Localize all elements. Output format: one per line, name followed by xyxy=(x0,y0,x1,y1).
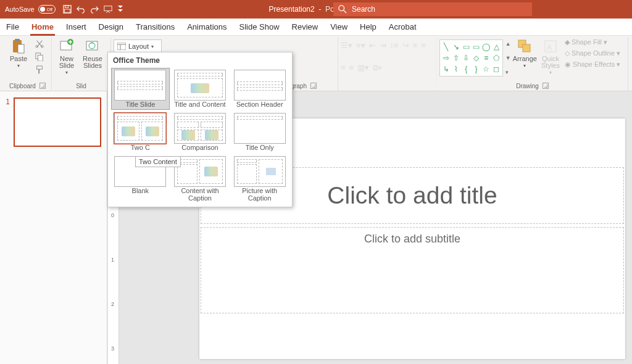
indent-inc-icon[interactable]: ⇥ xyxy=(380,41,386,50)
shape-effects-button[interactable]: ◉ Shape Effects ▾ xyxy=(565,60,625,68)
group-drawing: ╲↘▭▭◯△ ⇨⇧⇩◇≡⬠ ↳⌇{}☆◻ ▲▼▾ Arrange▾ A Quic… xyxy=(437,37,628,91)
ribbon: Paste ▾ Clipboard New Slide ▾ Reuse Slid… xyxy=(0,36,632,91)
present-from-beginning-icon[interactable] xyxy=(101,2,115,16)
layout-icon xyxy=(117,43,126,50)
text-direction-icon[interactable]: ↪ xyxy=(402,41,409,50)
shapes-gallery[interactable]: ╲↘▭▭◯△ ⇨⇧⇩◇≡⬠ ↳⌇{}☆◻ xyxy=(439,39,503,77)
thumbnail-number: 1 xyxy=(4,97,10,147)
subtitle-placeholder[interactable]: Click to add subtitle xyxy=(201,227,624,313)
title-bar: AutoSave Off Presentation2 - PowerPoint … xyxy=(0,0,632,19)
svg-point-4 xyxy=(339,6,344,11)
group-clipboard: Paste ▾ Clipboard xyxy=(4,37,52,91)
tab-review[interactable]: Review xyxy=(292,20,318,34)
group-paragraph-buttons: ☰▾ ≡▾ ⇤ ⇥ ↕≡ ↪ ≡ ≡ ≡ ≡ ▥▾ ⧉▾ xyxy=(338,37,437,91)
line-spacing-icon[interactable]: ↕≡ xyxy=(390,41,399,50)
layout-dropdown[interactable]: Layout ▾ xyxy=(114,39,162,53)
paste-icon xyxy=(10,38,27,54)
cut-icon[interactable] xyxy=(33,38,46,49)
layout-picture-with-caption[interactable]: Picture with Caption xyxy=(231,155,288,203)
layout-menu: Office Theme Title Slide Title and Conte… xyxy=(107,52,293,207)
reuse-slides-button[interactable]: Reuse Slides xyxy=(80,38,105,69)
chevron-down-icon: ▾ xyxy=(17,64,20,68)
search-placeholder: Search xyxy=(352,5,375,14)
ribbon-tabstrip: File Home Insert Design Transitions Anim… xyxy=(0,19,632,36)
save-icon[interactable] xyxy=(60,2,74,16)
layout-title-only[interactable]: Title Only xyxy=(231,112,288,152)
chevron-down-icon: ▾ xyxy=(151,44,154,49)
smartart-icon[interactable]: ⧉▾ xyxy=(373,63,381,73)
paragraph-dialog-launcher[interactable] xyxy=(310,83,317,89)
svg-rect-7 xyxy=(15,39,20,41)
layout-title-and-content[interactable]: Title and Content xyxy=(172,68,229,109)
group-slides: New Slide ▾ Reuse Slides Slid xyxy=(52,37,111,91)
new-slide-icon xyxy=(59,38,75,54)
shape-outline-button[interactable]: ◇ Shape Outline ▾ xyxy=(565,49,625,57)
toggle-switch: Off xyxy=(38,5,56,14)
quick-styles-button[interactable]: A Quick Styles▾ xyxy=(539,38,562,75)
layout-title-slide[interactable]: Title Slide xyxy=(111,68,170,110)
svg-rect-13 xyxy=(37,66,43,69)
arrange-icon xyxy=(517,38,533,54)
clipboard-dialog-launcher[interactable] xyxy=(40,83,46,89)
svg-text:A: A xyxy=(547,43,552,52)
svg-rect-8 xyxy=(18,44,24,53)
justify-icon[interactable]: ≡ xyxy=(349,63,354,72)
indent-dec-icon[interactable]: ⇤ xyxy=(369,41,376,50)
undo-icon[interactable] xyxy=(74,2,88,16)
tab-insert[interactable]: Insert xyxy=(66,20,86,34)
shapes-scroll[interactable]: ▲▼▾ xyxy=(504,39,511,77)
svg-line-5 xyxy=(344,10,346,13)
tab-file[interactable]: File xyxy=(6,20,19,34)
thumbnail-1[interactable]: 1 xyxy=(4,97,103,147)
align-center-icon[interactable]: ≡ xyxy=(421,41,426,50)
thumbnail-preview xyxy=(14,97,101,147)
layout-tooltip: Two Content xyxy=(135,156,181,167)
tab-animations[interactable]: Animations xyxy=(187,20,227,34)
tab-transitions[interactable]: Transitions xyxy=(136,20,175,34)
shape-fill-button[interactable]: ◆ Shape Fill ▾ xyxy=(565,38,625,46)
numbering-icon[interactable]: ≡▾ xyxy=(356,41,365,50)
quick-styles-icon: A xyxy=(543,38,559,54)
reuse-slides-icon xyxy=(85,38,101,54)
work-area: 1 654321012345678910111213 012345 Click … xyxy=(0,91,632,364)
svg-rect-18 xyxy=(117,43,126,50)
layout-menu-header: Office Theme xyxy=(108,52,292,68)
vertical-ruler: 012345 xyxy=(108,194,119,364)
search-input[interactable]: Search xyxy=(333,2,532,16)
chevron-down-icon: ▾ xyxy=(65,70,68,75)
tab-help[interactable]: Help xyxy=(360,20,376,34)
new-slide-button[interactable]: New Slide ▾ xyxy=(54,38,79,75)
tab-acrobat[interactable]: Acrobat xyxy=(389,20,417,34)
layout-two-content[interactable]: Two C xyxy=(112,112,169,152)
layout-section-header[interactable]: Section Header xyxy=(231,68,288,109)
tab-slideshow[interactable]: Slide Show xyxy=(239,20,279,34)
align-right-icon[interactable]: ≡ xyxy=(341,63,346,72)
svg-rect-12 xyxy=(38,55,43,61)
format-painter-icon[interactable] xyxy=(33,64,46,75)
svg-rect-22 xyxy=(523,44,530,52)
tab-view[interactable]: View xyxy=(330,20,347,34)
search-icon xyxy=(338,5,347,14)
align-left-icon[interactable]: ≡ xyxy=(413,41,418,50)
svg-rect-2 xyxy=(64,9,70,12)
tab-design[interactable]: Design xyxy=(99,20,123,34)
redo-icon[interactable] xyxy=(88,2,101,16)
layout-comparison[interactable]: Comparison xyxy=(172,112,229,152)
autosave-label: AutoSave xyxy=(5,6,35,13)
drawing-dialog-launcher[interactable] xyxy=(543,83,549,89)
copy-icon[interactable] xyxy=(33,51,46,62)
tab-home[interactable]: Home xyxy=(31,20,54,34)
qat-more-icon[interactable] xyxy=(115,2,128,16)
bullets-icon[interactable]: ☰▾ xyxy=(341,41,352,50)
paste-button[interactable]: Paste ▾ xyxy=(6,38,31,68)
autosave-toggle[interactable]: AutoSave Off xyxy=(0,5,60,14)
columns-icon[interactable]: ▥▾ xyxy=(357,63,369,72)
svg-rect-3 xyxy=(104,6,112,11)
arrange-button[interactable]: Arrange▾ xyxy=(512,38,538,68)
slide-thumbnail-panel: 1 xyxy=(0,91,107,364)
